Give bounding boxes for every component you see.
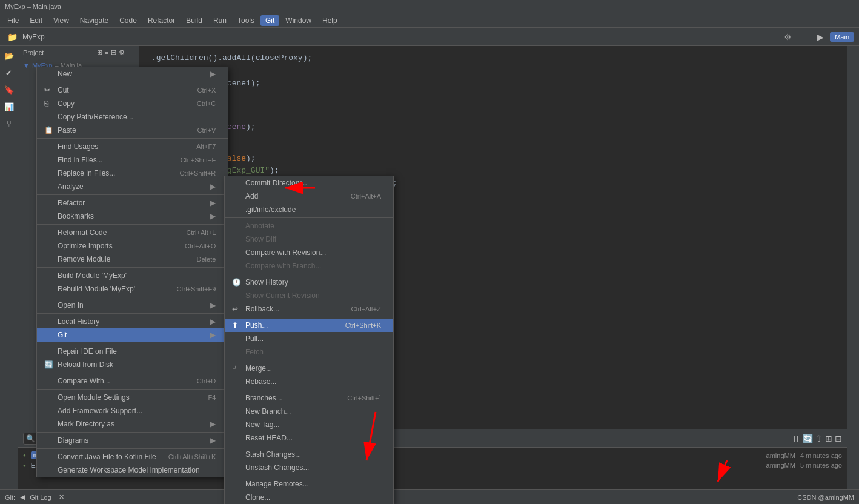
git-merge[interactable]: ⑂Merge... [225, 362, 393, 375]
ctx-sep-3 [37, 194, 228, 195]
right-sidebar [847, 46, 859, 489]
ctx-comparewith[interactable]: Compare With... Ctrl+D [37, 374, 228, 388]
ctx-buildmodule[interactable]: Build Module 'MyExp' [37, 269, 228, 282]
sidebar-icon-bookmark[interactable]: 🔖 [2, 82, 16, 97]
ctx-comparewith-shortcut: Ctrl+D [197, 377, 216, 385]
ctx-reformat[interactable]: Reformat Code Ctrl+Alt+L [37, 226, 228, 239]
sidebar-icon-git[interactable]: ⑂ [2, 116, 16, 131]
ctx-generateworkspace[interactable]: Generate Workspace Model Implementation [37, 463, 228, 477]
git-rebase[interactable]: Rebase... [225, 375, 393, 388]
ctx-diagrams-arrow: ▶ [210, 436, 216, 445]
menu-help[interactable]: Help [317, 15, 342, 26]
git-grid-icon[interactable]: ⊟ [835, 434, 842, 443]
git-dot-2: ● [23, 463, 26, 468]
git-branches[interactable]: Branches... Ctrl+Shift+` [225, 391, 393, 405]
ctx-sep-6 [37, 297, 228, 297]
ctx-new[interactable]: New ▶ [37, 67, 228, 81]
menu-file[interactable]: File [2, 15, 24, 26]
git-comparewithrevision[interactable]: Compare with Revision... [225, 246, 393, 259]
sidebar-icon-structure[interactable]: 📊 [2, 99, 16, 114]
git-rollback[interactable]: ↩Rollback... Ctrl+Alt+Z [225, 302, 393, 316]
ctx-copy[interactable]: ⎘Copy Ctrl+C [37, 97, 228, 110]
ctx-optimizeimports[interactable]: Optimize Imports Ctrl+Alt+O [37, 239, 228, 253]
git-add[interactable]: +Add Ctrl+Alt+A [225, 190, 393, 203]
git-columns-icon[interactable]: ⊞ [825, 434, 832, 443]
git-expand-icon[interactable]: ⇧ [815, 434, 823, 443]
ctx-reloadfromdisk[interactable]: 🔄Reload from Disk [37, 358, 228, 371]
ctx-rebuildmodule[interactable]: Rebuild Module 'MyExp' Ctrl+Shift+F9 [37, 282, 228, 296]
git-newbranch[interactable]: New Branch... [225, 405, 393, 418]
menu-tools[interactable]: Tools [233, 15, 259, 26]
current-branch[interactable]: Main [830, 32, 854, 42]
code-line-1: .getChildren().addAll(closeProxy); [151, 52, 835, 65]
git-push[interactable]: ⬆Push... Ctrl+Shift+K [225, 319, 393, 332]
menu-refactor[interactable]: Refactor [143, 15, 180, 26]
toolbar-minimize-btn[interactable]: — [798, 31, 811, 43]
git-stashchanges[interactable]: Stash Changes... [225, 448, 393, 461]
git-showhistory[interactable]: 🕐Show History [225, 276, 393, 289]
panel-icon-close[interactable]: — [127, 48, 134, 56]
menu-navigate[interactable]: Navigate [75, 15, 113, 26]
git-status-expand[interactable]: ◀ [20, 493, 25, 501]
toolbar-run-btn[interactable]: ▶ [815, 31, 826, 43]
git-sep-7 [225, 476, 393, 476]
ctx-sep-4 [37, 224, 228, 225]
git-submenu: Commit Directory... +Add Ctrl+Alt+A .git… [224, 176, 394, 504]
ctx-cut[interactable]: ✂Cut Ctrl+X [37, 84, 228, 97]
ctx-copy-shortcut: Ctrl+C [197, 100, 216, 107]
git-infoexclude[interactable]: .git/info/exclude [225, 203, 393, 216]
menu-git[interactable]: Git [260, 15, 279, 26]
menu-run[interactable]: Run [208, 15, 231, 26]
ctx-localhistory[interactable]: Local History ▶ [37, 315, 228, 328]
git-unstashchanges[interactable]: Unstash Changes... [225, 461, 393, 474]
menu-build[interactable]: Build [181, 15, 207, 26]
ctx-convertkotlin-shortcut: Ctrl+Alt+Shift+K [168, 453, 216, 460]
ctx-paste[interactable]: 📋Paste Ctrl+V [37, 124, 228, 137]
git-pull[interactable]: Pull... [225, 332, 393, 345]
ctx-analyze[interactable]: Analyze ▶ [37, 180, 228, 193]
ctx-diagrams[interactable]: Diagrams ▶ [37, 434, 228, 447]
ctx-convertkotlin[interactable]: Convert Java File to Kotlin File Ctrl+Al… [37, 450, 228, 463]
panel-icon-3[interactable]: ⊟ [111, 48, 116, 56]
git-refresh-icon[interactable]: 🔄 [803, 434, 813, 443]
ctx-markdirectoryas[interactable]: Mark Directory as ▶ [37, 417, 228, 431]
ctx-copypath[interactable]: Copy Path/Reference... [37, 110, 228, 124]
ctx-openin-arrow: ▶ [210, 301, 216, 310]
ctx-removemodule[interactable]: Remove Module Delete [37, 253, 228, 266]
panel-icon-gear[interactable]: ⚙ [119, 48, 125, 56]
panel-title: Project [23, 49, 44, 56]
ctx-openin[interactable]: Open In ▶ [37, 299, 228, 312]
menu-window[interactable]: Window [280, 15, 316, 26]
status-right: CSDN @amingMM [797, 494, 854, 501]
panel-icon-1[interactable]: ⊞ [97, 48, 102, 56]
menu-edit[interactable]: Edit [25, 15, 47, 26]
csdn-status: CSDN @amingMM [797, 494, 854, 501]
menu-code[interactable]: Code [114, 15, 142, 26]
ctx-replace[interactable]: Replace in Files... Ctrl+Shift+R [37, 167, 228, 180]
menu-view[interactable]: View [48, 15, 74, 26]
sidebar-icon-commit[interactable]: ✔ [2, 65, 16, 80]
git-commitdirectory[interactable]: Commit Directory... [225, 176, 393, 190]
ctx-repairide[interactable]: Repair IDE on File [37, 345, 228, 358]
ctx-bookmarks[interactable]: Bookmarks ▶ [37, 210, 228, 223]
ctx-sep-1 [37, 82, 228, 82]
git-resethead[interactable]: Reset HEAD... [225, 431, 393, 445]
panel-icon-2[interactable]: ≡ [105, 48, 108, 56]
git-newtag[interactable]: New Tag... [225, 418, 393, 431]
ctx-findinfiles[interactable]: Find in Files... Ctrl+Shift+F [37, 153, 228, 167]
ctx-openmodulesettings[interactable]: Open Module Settings F4 [37, 391, 228, 404]
git-author-2: amingMM [766, 462, 795, 469]
toolbar-settings-btn[interactable]: ⚙ [781, 31, 794, 43]
ctx-sep-9 [37, 373, 228, 373]
toolbar-project-icon: 📁 [5, 31, 20, 43]
git-tab-close[interactable]: ✕ [59, 493, 64, 501]
ctx-findusages[interactable]: Find Usages Alt+F7 [37, 140, 228, 153]
ctx-git[interactable]: Git ▶ [37, 328, 228, 342]
ctx-markdirectoryas-arrow: ▶ [210, 420, 216, 428]
ctx-refactor[interactable]: Refactor ▶ [37, 196, 228, 210]
git-pause-icon[interactable]: ⏸ [792, 434, 800, 443]
git-manageremotes[interactable]: Manage Remotes... [225, 477, 393, 491]
git-clone[interactable]: Clone... [225, 491, 393, 504]
ctx-addframework[interactable]: Add Framework Support... [37, 404, 228, 417]
sidebar-icon-project[interactable]: 📂 [2, 48, 16, 63]
